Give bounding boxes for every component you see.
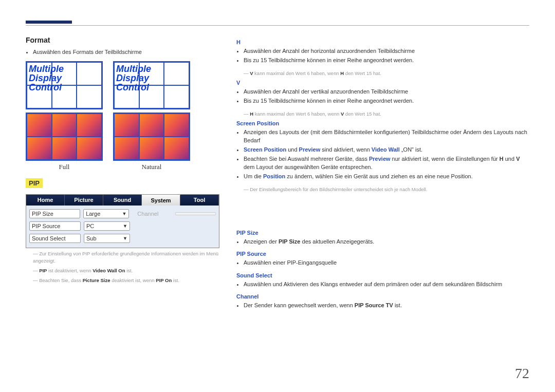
- h-li1: Auswählen der Anzahl der horizontal anzu…: [244, 47, 529, 55]
- h-li2: Bis zu 15 Teilbildschirme können in eine…: [244, 57, 529, 64]
- tab-picture[interactable]: Picture: [65, 195, 103, 206]
- pip-size-label: PIP Size: [29, 209, 80, 218]
- v-heading: V: [236, 80, 529, 86]
- pip-size-heading: PIP Size: [236, 230, 529, 236]
- sp-note: Der Einstellungsbereich für den Bildschi…: [244, 186, 529, 193]
- pip-note-1: Zur Einstellung von PIP erforderliche gr…: [33, 250, 221, 264]
- pip-source-label: PIP Source: [29, 221, 81, 231]
- sp-li2: Screen Position und Preview sind aktivie…: [244, 146, 529, 154]
- h-heading: H: [236, 39, 529, 45]
- full-label: Full: [26, 163, 103, 171]
- flower-grid-full: [26, 113, 103, 161]
- sp-li3: Beachten Sie bei Auswahl mehrerer Geräte…: [244, 155, 529, 171]
- sound-select-heading: Sound Select: [236, 272, 529, 278]
- pip-source-heading: PIP Source: [236, 251, 529, 257]
- v-li2: Bis zu 15 Teilbildschirme können in eine…: [244, 97, 529, 105]
- pip-note-3: Beachten Sie, dass Picture Size deaktivi…: [33, 277, 221, 284]
- sp-li1: Anzeigen des Layouts der (mit dem Bildsc…: [244, 128, 529, 144]
- page-number: 72: [515, 365, 529, 382]
- format-images: Multiple Display Control Full Multiple D…: [26, 61, 221, 171]
- tab-system[interactable]: System: [142, 195, 180, 206]
- sound-select-li: Auswählen und Aktivieren des Klangs entw…: [244, 281, 529, 288]
- pip-size-select[interactable]: Large▼: [83, 209, 129, 218]
- pip-note-2: PIP ist deaktiviert, wenn Video Wall On …: [33, 267, 221, 274]
- channel-label: Channel: [135, 210, 175, 218]
- pip-size-value: Large: [86, 211, 100, 217]
- pip-source-select[interactable]: PC▼: [84, 221, 130, 231]
- mdc-grid-full: Multiple Display Control: [26, 61, 103, 109]
- pip-panel: Home Picture Sound System Tool PIP Size …: [26, 194, 219, 248]
- dropdown-arrow-icon: ▼: [123, 223, 127, 229]
- channel-heading: Channel: [236, 293, 529, 300]
- sound-select-label: Sound Select: [29, 234, 81, 243]
- pip-source-value: PC: [86, 223, 94, 229]
- v-li1: Auswählen der Anzahl der vertikal anzuor…: [244, 88, 529, 96]
- v-note: H kann maximal den Wert 6 haben, wenn V …: [244, 110, 529, 117]
- format-desc: Auswählen des Formats der Teilbildschirm…: [33, 48, 221, 56]
- header-accent-bar: [26, 21, 72, 24]
- dropdown-arrow-icon: ▼: [123, 236, 127, 241]
- channel-select: [175, 212, 216, 215]
- sound-select-select[interactable]: Sub▼: [84, 234, 130, 243]
- mdc-label-natural: Multiple Display Control: [116, 64, 151, 92]
- dropdown-arrow-icon: ▼: [122, 211, 126, 216]
- pip-source-li: Auswählen einer PIP-Eingangsquelle: [244, 259, 529, 267]
- sp-heading: Screen Position: [236, 120, 529, 126]
- tab-home[interactable]: Home: [26, 195, 65, 206]
- mdc-label-full: Multiple Display Control: [29, 64, 64, 92]
- pip-tabs: Home Picture Sound System Tool: [26, 195, 219, 206]
- header-divider: [26, 25, 529, 26]
- channel-li: Der Sender kann gewechselt werden, wenn …: [244, 302, 529, 309]
- h-note: V kann maximal den Wert 6 haben, wenn H …: [244, 70, 529, 77]
- mdc-grid-natural: Multiple Display Control: [113, 61, 190, 109]
- pip-size-li: Anzeigen der PIP Size des aktuellen Anze…: [244, 238, 529, 246]
- pip-heading: PIP: [26, 178, 43, 188]
- sp-li4: Um die Position zu ändern, wählen Sie ei…: [244, 173, 529, 180]
- flower-grid-natural: [113, 113, 190, 161]
- natural-label: Natural: [113, 163, 190, 171]
- format-heading: Format: [26, 36, 221, 44]
- tab-tool[interactable]: Tool: [180, 195, 219, 206]
- sound-select-value: Sub: [86, 235, 97, 241]
- tab-sound[interactable]: Sound: [103, 195, 142, 206]
